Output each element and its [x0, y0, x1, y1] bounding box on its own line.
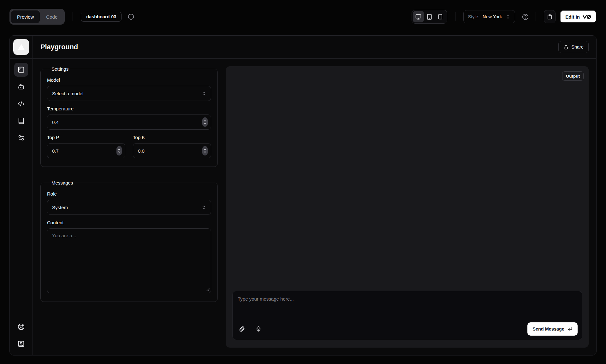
- messages-legend: Messages: [50, 180, 74, 185]
- temperature-field: [47, 114, 211, 130]
- number-stepper-icon[interactable]: [116, 146, 122, 156]
- toolbar-right: Style: New York Edit in: [412, 10, 597, 24]
- top-k-column: Top K: [133, 130, 211, 158]
- tablet-icon: [426, 14, 432, 20]
- tab-code[interactable]: Code: [40, 10, 63, 23]
- chevrons-up-down-icon: [201, 91, 206, 96]
- view-mode-toggle: Preview Code: [9, 9, 65, 25]
- device-preview-toggle: [412, 10, 447, 24]
- temperature-input[interactable]: [47, 114, 211, 130]
- code-icon: [18, 100, 25, 107]
- square-terminal-icon: [18, 66, 25, 73]
- configuration-column: Settings Model Select a model Temperatur…: [40, 66, 218, 348]
- sidebar-item-documentation[interactable]: [14, 114, 28, 128]
- settings-group: Settings Model Select a model Temperatur…: [40, 66, 218, 167]
- content-field: [47, 228, 211, 293]
- output-badge: Output: [562, 71, 584, 81]
- sidebar-item-account[interactable]: [14, 337, 28, 351]
- top-p-input[interactable]: [47, 143, 125, 158]
- share-icon: [563, 44, 568, 50]
- role-label: Role: [47, 191, 211, 197]
- square-user-icon: [18, 340, 25, 347]
- style-select-value: New York: [483, 14, 502, 19]
- send-message-button[interactable]: Send Message: [527, 322, 578, 336]
- tablet-view-button[interactable]: [424, 11, 435, 22]
- v0-logo-icon: [583, 15, 591, 19]
- monitor-icon: [415, 14, 421, 20]
- model-select-value: Select a model: [52, 91, 83, 96]
- top-p-label: Top P: [47, 135, 125, 140]
- corner-down-left-icon: [567, 326, 573, 332]
- temperature-label: Temperature: [47, 106, 211, 111]
- tab-preview[interactable]: Preview: [11, 10, 40, 23]
- sidebar-item-settings[interactable]: [14, 131, 28, 145]
- project-name-badge[interactable]: dashboard-03: [81, 12, 122, 22]
- role-select[interactable]: System: [47, 200, 211, 215]
- share-button[interactable]: Share: [558, 41, 589, 53]
- role-select-value: System: [52, 205, 68, 210]
- page-header: Playground Share: [33, 36, 596, 59]
- page-title: Playground: [40, 43, 78, 51]
- life-buoy-icon: [18, 323, 25, 330]
- divider: [536, 12, 536, 21]
- copy-code-button[interactable]: [544, 10, 556, 23]
- sidebar-item-help[interactable]: [14, 320, 28, 334]
- top-p-field: [47, 143, 125, 158]
- logo-button[interactable]: [13, 39, 29, 55]
- attach-file-button[interactable]: [236, 323, 248, 335]
- top-k-label: Top K: [133, 135, 211, 140]
- paperclip-icon: [239, 326, 245, 332]
- edit-in-v0-label: Edit in: [565, 14, 580, 20]
- book-icon: [18, 117, 25, 124]
- clipboard-icon: [547, 14, 552, 20]
- mic-icon: [256, 326, 261, 332]
- composer-toolbar: Send Message: [236, 322, 578, 336]
- number-stepper-icon[interactable]: [202, 146, 208, 156]
- sidebar-nav: [10, 59, 33, 355]
- mobile-view-button[interactable]: [435, 11, 446, 22]
- app-preview-frame: Playground Share: [9, 35, 597, 355]
- message-input[interactable]: [233, 291, 582, 320]
- sidebar-logo-area: [10, 36, 33, 59]
- divider: [455, 12, 455, 21]
- info-icon[interactable]: [128, 14, 134, 20]
- send-message-label: Send Message: [532, 326, 564, 332]
- bot-icon: [18, 83, 25, 90]
- smartphone-icon: [437, 14, 443, 20]
- chevrons-up-down-icon: [201, 205, 206, 210]
- messages-group: Messages Role System Content: [40, 180, 218, 302]
- top-p-k-row: Top P Top K: [47, 130, 211, 158]
- content-label: Content: [47, 220, 211, 225]
- chevrons-up-down-icon: [506, 15, 510, 19]
- model-select[interactable]: Select a model: [47, 86, 211, 101]
- help-icon[interactable]: [522, 14, 529, 20]
- output-panel: Output: [226, 66, 589, 348]
- content-textarea[interactable]: [47, 228, 211, 293]
- sidebar-item-playground[interactable]: [14, 63, 28, 77]
- main-content: Settings Model Select a model Temperatur…: [33, 59, 596, 355]
- sidebar-item-models[interactable]: [14, 80, 28, 94]
- top-toolbar: Preview Code dashboard-03: [0, 0, 606, 33]
- settings-legend: Settings: [50, 66, 70, 72]
- microphone-button[interactable]: [252, 323, 265, 335]
- top-k-field: [133, 143, 211, 158]
- share-label: Share: [571, 44, 584, 50]
- style-select[interactable]: Style: New York: [463, 10, 515, 23]
- screen: Preview Code dashboard-03: [0, 0, 606, 364]
- divider: [73, 12, 73, 21]
- style-select-label: Style:: [468, 14, 479, 19]
- number-stepper-icon[interactable]: [202, 117, 208, 127]
- settings-sliders-icon: [18, 134, 25, 141]
- sidebar-item-api[interactable]: [14, 97, 28, 111]
- top-p-column: Top P: [47, 130, 125, 158]
- edit-in-v0-button[interactable]: Edit in: [560, 10, 597, 23]
- resize-grip-icon[interactable]: [206, 288, 210, 291]
- model-label: Model: [47, 77, 211, 83]
- top-k-input[interactable]: [133, 143, 211, 158]
- desktop-view-button[interactable]: [413, 11, 424, 22]
- vercel-triangle-icon: [18, 44, 25, 51]
- message-composer: Send Message: [232, 291, 582, 340]
